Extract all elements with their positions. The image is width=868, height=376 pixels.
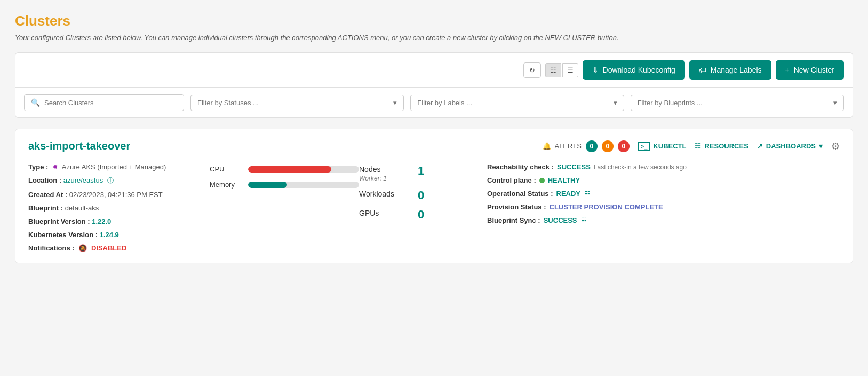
- resources-link[interactable]: ☵ RESOURCES: [695, 142, 748, 150]
- terminal-icon: >_: [638, 142, 650, 151]
- toolbar: ↻ ☷ ☰ ⇓ Download Kubeconfig 🏷 Manage Lab…: [15, 52, 853, 87]
- type-row: Type : ✹ Azure AKS (Imported + Managed): [28, 163, 210, 171]
- toolbar-right: ↻ ☷ ☰ ⇓ Download Kubeconfig 🏷 Manage Lab…: [523, 60, 844, 80]
- cluster-header-right: 🔔 ALERTS 0 0 0 >_ KUBECTL ☵ RESOURCES: [543, 140, 840, 152]
- sync-external-icon[interactable]: ☷: [582, 217, 587, 224]
- page-subtitle: Your configured Clusters are listed belo…: [15, 34, 853, 42]
- bell-icon: 🔔: [543, 142, 551, 150]
- memory-bar-fill: [248, 182, 287, 188]
- provision-row: Provision Status : CLUSTER PROVISION COM…: [487, 203, 840, 211]
- alerts-label: 🔔 ALERTS: [543, 142, 581, 150]
- alerts-section: 🔔 ALERTS 0 0 0: [543, 140, 629, 152]
- chevron-down-icon: ▾: [393, 99, 397, 107]
- grid-icon: ☷: [550, 66, 556, 74]
- k8s-version-row: Kubernetes Version : 1.24.9: [28, 231, 210, 239]
- alert-badge-teal[interactable]: 0: [586, 140, 598, 152]
- alert-badge-orange[interactable]: 0: [602, 140, 614, 152]
- search-icon: 🔍: [31, 98, 40, 107]
- resources-icon: ☵: [695, 142, 701, 150]
- label-icon: 🏷: [699, 66, 706, 74]
- kubectl-link[interactable]: >_ KUBECTL: [638, 142, 687, 151]
- search-box: 🔍: [24, 94, 184, 111]
- operational-row: Operational Status : READY ☷: [487, 190, 840, 198]
- cluster-card: aks-import-takeover 🔔 ALERTS 0 0 0 >_: [15, 129, 853, 263]
- workloads-stat: Workloads 0: [359, 190, 487, 201]
- chevron-down-icon: ▾: [614, 99, 617, 107]
- nodes-stat: Nodes Worker: 1 1: [359, 165, 487, 182]
- cpu-bar-track: [248, 166, 359, 173]
- new-cluster-button[interactable]: + New Cluster: [776, 60, 844, 80]
- page-title: Clusters: [15, 13, 853, 29]
- filter-bar: 🔍 Filter by Statuses ... ▾ Filter by Lab…: [15, 87, 853, 118]
- resource-bars: CPU Memory: [210, 163, 359, 252]
- filter-statuses-select[interactable]: Filter by Statuses ... ▾: [190, 95, 404, 111]
- location-info-icon: ⓘ: [107, 177, 114, 184]
- manage-labels-button[interactable]: 🏷 Manage Labels: [689, 60, 771, 80]
- cluster-status: Reachability check : SUCCESS Last check-…: [487, 163, 840, 252]
- sync-row: Blueprint Sync : SUCCESS ☷: [487, 216, 840, 224]
- action-links: >_ KUBECTL ☵ RESOURCES ↗ DASHBOARDS ▾: [638, 142, 823, 151]
- memory-bar-track: [248, 182, 359, 188]
- created-row: Created At : 02/23/2023, 04:21:36 PM EST: [28, 191, 210, 199]
- gpus-stat: GPUs 0: [359, 209, 487, 221]
- refresh-icon: ↻: [529, 66, 535, 74]
- download-kubeconfig-button[interactable]: ⇓ Download Kubeconfig: [583, 60, 685, 80]
- cpu-bar-row: CPU: [210, 165, 359, 173]
- memory-bar-row: Memory: [210, 181, 359, 189]
- reachability-row: Reachability check : SUCCESS Last check-…: [487, 163, 840, 171]
- refresh-button[interactable]: ↻: [523, 62, 541, 78]
- download-icon: ⇓: [592, 66, 599, 74]
- grid-view-button[interactable]: ☷: [545, 63, 561, 77]
- dashboards-link[interactable]: ↗ DASHBOARDS ▾: [757, 142, 823, 150]
- plus-icon: +: [785, 66, 790, 74]
- search-input[interactable]: [44, 99, 177, 107]
- cpu-bar-fill: [248, 166, 331, 173]
- filter-labels-select[interactable]: Filter by Labels ... ▾: [410, 95, 624, 111]
- bell-muted-icon: 🔕: [78, 244, 87, 252]
- chevron-down-icon: ▾: [833, 99, 837, 107]
- cluster-header: aks-import-takeover 🔔 ALERTS 0 0 0 >_: [28, 140, 840, 152]
- filter-blueprints-select[interactable]: Filter by Blueprints ... ▾: [631, 95, 844, 111]
- cluster-info: Type : ✹ Azure AKS (Imported + Managed) …: [28, 163, 210, 252]
- cluster-name[interactable]: aks-import-takeover: [28, 140, 130, 152]
- health-dot-icon: [539, 178, 545, 183]
- chart-icon: ↗: [757, 142, 763, 150]
- cluster-stats: Nodes Worker: 1 1 Workloads 0 GPUs 0: [359, 163, 487, 252]
- cluster-settings-icon[interactable]: ⚙: [831, 140, 840, 152]
- notifications-row: Notifications : 🔕 DISABLED: [28, 244, 210, 252]
- blueprint-row: Blueprint : default-aks: [28, 204, 210, 212]
- operational-external-icon[interactable]: ☷: [585, 190, 590, 197]
- control-plane-row: Control plane : HEALTHY: [487, 176, 840, 184]
- cluster-body: Type : ✹ Azure AKS (Imported + Managed) …: [28, 163, 840, 252]
- azure-icon: ✹: [52, 163, 58, 171]
- list-view-button[interactable]: ☰: [562, 63, 578, 77]
- location-row: Location : azure/eastus ⓘ: [28, 176, 210, 185]
- alert-badge-red[interactable]: 0: [618, 140, 630, 152]
- blueprint-version-row: Blueprint Version : 1.22.0: [28, 217, 210, 225]
- view-toggle: ☷ ☰: [545, 63, 578, 77]
- list-icon: ☰: [567, 66, 574, 74]
- dashboards-chevron-icon: ▾: [819, 142, 823, 150]
